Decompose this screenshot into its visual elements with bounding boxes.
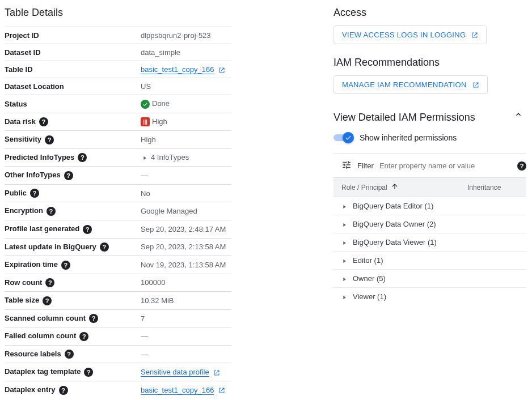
- chevron-right-icon: [341, 220, 347, 228]
- row-predicted-infotypes: Predicted InfoTypes? 4 InfoTypes: [5, 148, 231, 167]
- help-icon[interactable]: ?: [100, 242, 109, 252]
- label-table-size: Table size?: [5, 292, 141, 310]
- external-link-icon: [218, 67, 225, 74]
- label-dataplex-tag-template: Dataplex tag template?: [5, 363, 141, 381]
- help-icon[interactable]: ?: [39, 117, 48, 126]
- label-predicted-infotypes: Predicted InfoTypes?: [5, 148, 141, 167]
- help-icon[interactable]: ?: [59, 386, 68, 395]
- right-panel: Access VIEW ACCESS LOGS IN LOGGING IAM R…: [333, 2, 526, 399]
- label-encryption: Encryption?: [5, 202, 141, 220]
- help-icon[interactable]: ?: [65, 350, 74, 359]
- row-scanned-column-count: Scanned column count? 7: [5, 309, 231, 327]
- label-project-id: Project ID: [5, 27, 141, 44]
- help-icon[interactable]: ?: [30, 189, 39, 198]
- details-table: Project ID dlppsbqrun2-proj-523 Dataset …: [5, 27, 231, 399]
- help-icon[interactable]: ?: [517, 161, 526, 171]
- chevron-right-icon[interactable]: [142, 153, 147, 161]
- chevron-right-icon: [341, 202, 347, 210]
- row-other-infotypes: Other InfoTypes? —: [5, 167, 231, 185]
- help-icon[interactable]: ?: [45, 278, 54, 287]
- row-dataset-location: Dataset Location US: [5, 78, 231, 95]
- perm-row[interactable]: BigQuery Data Viewer (1): [333, 233, 526, 252]
- value-latest-update-bq: Sep 20, 2023, 2:13:58 AM: [141, 238, 231, 256]
- help-icon[interactable]: ?: [78, 153, 87, 162]
- show-inherited-toggle[interactable]: [333, 132, 354, 143]
- perm-row[interactable]: Editor (1): [333, 252, 526, 270]
- chevron-right-icon: [341, 292, 347, 301]
- perm-row-label: BigQuery Data Viewer (1): [353, 238, 437, 246]
- row-project-id: Project ID dlppsbqrun2-proj-523: [5, 27, 231, 44]
- filter-row: Filter ?: [333, 154, 526, 177]
- row-table-size: Table size? 10.32 MiB: [5, 292, 231, 310]
- table-details-panel: Table Details Project ID dlppsbqrun2-pro…: [5, 2, 231, 399]
- value-sensitivity: High: [141, 131, 231, 149]
- table-id-link[interactable]: basic_test1_copy_166: [141, 65, 214, 74]
- row-status: Status Done: [5, 95, 231, 113]
- value-failed-column-count: —: [141, 327, 231, 346]
- value-row-count: 100000: [141, 274, 231, 292]
- external-link-icon: [213, 369, 220, 376]
- row-dataplex-entry: Dataplex entry? basic_test1_copy_166: [5, 381, 231, 399]
- inherited-toggle-row: Show inherited permissions: [333, 132, 526, 143]
- row-data-risk: Data risk? |||High: [5, 113, 231, 131]
- value-profile-last-generated: Sep 20, 2023, 2:48:17 AM: [141, 220, 231, 238]
- value-public: No: [141, 184, 231, 202]
- filter-input[interactable]: [379, 161, 508, 170]
- label-dataset-location: Dataset Location: [5, 78, 141, 95]
- help-icon[interactable]: ?: [61, 261, 70, 270]
- high-risk-icon: |||: [141, 117, 150, 126]
- value-status: Done: [141, 95, 231, 113]
- perm-row-label: Editor (1): [353, 256, 383, 265]
- label-table-id: Table ID: [5, 61, 141, 78]
- value-predicted-infotypes: 4 InfoTypes: [141, 148, 231, 167]
- perm-row[interactable]: BigQuery Data Owner (2): [333, 215, 526, 233]
- row-latest-update-bq: Latest update in BigQuery? Sep 20, 2023,…: [5, 238, 231, 256]
- row-expiration-time: Expiration time? Nov 19, 2023, 1:13:58 A…: [5, 256, 231, 274]
- external-link-icon: [471, 32, 478, 39]
- view-access-logs-button[interactable]: VIEW ACCESS LOGS IN LOGGING: [333, 25, 487, 44]
- label-profile-last-generated: Profile last generated?: [5, 220, 141, 238]
- chevron-up-icon: [514, 110, 523, 119]
- col-role-principal[interactable]: Role / Principal: [341, 182, 467, 192]
- manage-iam-recommendation-button[interactable]: MANAGE IAM RECOMMENDATION: [333, 75, 488, 94]
- checkmark-icon: [141, 100, 150, 109]
- col-inheritance[interactable]: Inheritance: [467, 184, 518, 192]
- value-other-infotypes: —: [141, 167, 231, 185]
- value-expiration-time: Nov 19, 2023, 1:13:58 AM: [141, 256, 231, 274]
- perm-row[interactable]: Viewer (1): [333, 288, 526, 305]
- iam-perms-title: View Detailed IAM Permissions: [333, 112, 475, 124]
- row-resource-labels: Resource labels? —: [5, 345, 231, 363]
- permissions-table-header: Role / Principal Inheritance: [333, 177, 526, 197]
- perm-row-label: BigQuery Data Owner (2): [353, 220, 436, 228]
- chevron-right-icon: [341, 274, 347, 283]
- label-dataplex-entry: Dataplex entry?: [5, 381, 141, 399]
- perm-row[interactable]: Owner (5): [333, 270, 526, 288]
- row-profile-last-generated: Profile last generated? Sep 20, 2023, 2:…: [5, 220, 231, 238]
- dataplex-entry-link[interactable]: basic_test1_copy_166: [141, 386, 214, 395]
- collapse-button[interactable]: [510, 107, 526, 124]
- value-scanned-column-count: 7: [141, 309, 231, 327]
- label-sensitivity: Sensitivity?: [5, 131, 141, 149]
- row-dataplex-tag-template: Dataplex tag template? Sensitive data pr…: [5, 363, 231, 381]
- iam-rec-title: IAM Recommendations: [333, 57, 526, 69]
- perm-row-label: Owner (5): [353, 274, 386, 283]
- iam-permissions-header[interactable]: View Detailed IAM Permissions: [333, 107, 526, 124]
- permissions-list: BigQuery Data Editor (1) BigQuery Data O…: [333, 197, 526, 305]
- value-project-id: dlppsbqrun2-proj-523: [141, 27, 231, 44]
- row-table-id: Table ID basic_test1_copy_166: [5, 61, 231, 78]
- label-data-risk: Data risk?: [5, 113, 141, 131]
- chevron-right-icon: [341, 256, 347, 265]
- help-icon[interactable]: ?: [47, 207, 56, 216]
- help-icon[interactable]: ?: [79, 332, 88, 341]
- perm-row-label: BigQuery Data Editor (1): [353, 202, 433, 210]
- dataplex-tag-template-link[interactable]: Sensitive data profile: [141, 368, 209, 377]
- help-icon[interactable]: ?: [64, 171, 73, 180]
- filter-icon: [341, 160, 352, 172]
- help-icon[interactable]: ?: [45, 135, 54, 144]
- label-other-infotypes: Other InfoTypes?: [5, 167, 141, 185]
- perm-row[interactable]: BigQuery Data Editor (1): [333, 197, 526, 215]
- help-icon[interactable]: ?: [83, 225, 92, 234]
- help-icon[interactable]: ?: [43, 296, 52, 305]
- help-icon[interactable]: ?: [84, 368, 93, 377]
- help-icon[interactable]: ?: [89, 314, 98, 323]
